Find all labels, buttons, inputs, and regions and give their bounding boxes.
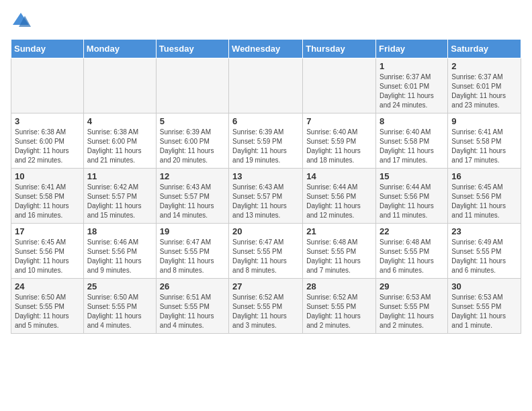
calendar-cell: 13Sunrise: 6:43 AM Sunset: 5:57 PM Dayli… (229, 169, 303, 224)
day-number: 15 (380, 171, 444, 181)
day-info: Sunrise: 6:48 AM Sunset: 5:55 PM Dayligh… (306, 238, 372, 275)
calendar-week-row: 17Sunrise: 6:45 AM Sunset: 5:56 PM Dayli… (11, 224, 521, 279)
day-info: Sunrise: 6:46 AM Sunset: 5:56 PM Dayligh… (87, 238, 152, 275)
day-number: 12 (160, 171, 225, 181)
day-number: 26 (160, 281, 225, 291)
calendar-cell: 30Sunrise: 6:53 AM Sunset: 5:55 PM Dayli… (448, 279, 521, 334)
calendar-week-row: 24Sunrise: 6:50 AM Sunset: 5:55 PM Dayli… (11, 279, 521, 334)
day-number: 21 (306, 226, 372, 236)
day-info: Sunrise: 6:37 AM Sunset: 6:01 PM Dayligh… (380, 73, 444, 110)
calendar-week-row: 10Sunrise: 6:41 AM Sunset: 5:58 PM Dayli… (11, 169, 521, 224)
calendar-cell (303, 58, 376, 113)
day-info: Sunrise: 6:53 AM Sunset: 5:55 PM Dayligh… (451, 293, 517, 330)
calendar-cell: 7Sunrise: 6:40 AM Sunset: 5:59 PM Daylig… (303, 113, 376, 169)
day-info: Sunrise: 6:45 AM Sunset: 5:56 PM Dayligh… (451, 183, 517, 220)
day-info: Sunrise: 6:50 AM Sunset: 5:55 PM Dayligh… (15, 293, 80, 330)
calendar-cell: 3Sunrise: 6:38 AM Sunset: 6:00 PM Daylig… (11, 113, 84, 169)
day-number: 8 (380, 116, 444, 126)
day-info: Sunrise: 6:53 AM Sunset: 5:55 PM Dayligh… (380, 293, 444, 330)
day-info: Sunrise: 6:41 AM Sunset: 5:58 PM Dayligh… (15, 183, 80, 220)
calendar-cell: 9Sunrise: 6:41 AM Sunset: 5:58 PM Daylig… (448, 113, 521, 169)
calendar-cell: 1Sunrise: 6:37 AM Sunset: 6:01 PM Daylig… (376, 58, 448, 113)
day-info: Sunrise: 6:44 AM Sunset: 5:56 PM Dayligh… (306, 183, 372, 220)
day-number: 20 (232, 226, 299, 236)
calendar-cell: 28Sunrise: 6:52 AM Sunset: 5:55 PM Dayli… (303, 279, 376, 334)
day-info: Sunrise: 6:47 AM Sunset: 5:55 PM Dayligh… (160, 238, 225, 275)
calendar-header-thursday: Thursday (303, 40, 376, 58)
calendar-cell: 14Sunrise: 6:44 AM Sunset: 5:56 PM Dayli… (303, 169, 376, 224)
page-header (11, 11, 521, 31)
day-info: Sunrise: 6:40 AM Sunset: 5:59 PM Dayligh… (306, 128, 372, 165)
day-number: 19 (160, 226, 225, 236)
day-number: 4 (87, 116, 152, 126)
calendar-header-sunday: Sunday (11, 40, 84, 58)
day-info: Sunrise: 6:50 AM Sunset: 5:55 PM Dayligh… (87, 293, 152, 330)
day-number: 25 (87, 281, 152, 291)
calendar-week-row: 3Sunrise: 6:38 AM Sunset: 6:00 PM Daylig… (11, 113, 521, 169)
calendar-cell: 5Sunrise: 6:39 AM Sunset: 6:00 PM Daylig… (156, 113, 228, 169)
calendar-cell: 8Sunrise: 6:40 AM Sunset: 5:58 PM Daylig… (376, 113, 448, 169)
day-info: Sunrise: 6:43 AM Sunset: 5:57 PM Dayligh… (232, 183, 299, 220)
day-info: Sunrise: 6:52 AM Sunset: 5:55 PM Dayligh… (306, 293, 372, 330)
day-number: 9 (451, 116, 517, 126)
day-info: Sunrise: 6:52 AM Sunset: 5:55 PM Dayligh… (232, 293, 299, 330)
day-info: Sunrise: 6:38 AM Sunset: 6:00 PM Dayligh… (15, 128, 80, 165)
day-info: Sunrise: 6:48 AM Sunset: 5:55 PM Dayligh… (380, 238, 444, 275)
calendar-header-wednesday: Wednesday (229, 40, 303, 58)
calendar-cell: 17Sunrise: 6:45 AM Sunset: 5:56 PM Dayli… (11, 224, 84, 279)
day-number: 6 (232, 116, 299, 126)
day-number: 3 (15, 116, 80, 126)
day-number: 10 (15, 171, 80, 181)
calendar-cell: 22Sunrise: 6:48 AM Sunset: 5:55 PM Dayli… (376, 224, 448, 279)
day-info: Sunrise: 6:47 AM Sunset: 5:55 PM Dayligh… (232, 238, 299, 275)
day-info: Sunrise: 6:43 AM Sunset: 5:57 PM Dayligh… (160, 183, 225, 220)
calendar-table: SundayMondayTuesdayWednesdayThursdayFrid… (11, 39, 521, 334)
day-info: Sunrise: 6:42 AM Sunset: 5:57 PM Dayligh… (87, 183, 152, 220)
logo (11, 11, 34, 31)
calendar-cell: 18Sunrise: 6:46 AM Sunset: 5:56 PM Dayli… (83, 224, 156, 279)
calendar-cell: 19Sunrise: 6:47 AM Sunset: 5:55 PM Dayli… (156, 224, 228, 279)
day-info: Sunrise: 6:39 AM Sunset: 5:59 PM Dayligh… (232, 128, 299, 165)
calendar-header-row: SundayMondayTuesdayWednesdayThursdayFrid… (11, 40, 521, 58)
calendar-cell: 24Sunrise: 6:50 AM Sunset: 5:55 PM Dayli… (11, 279, 84, 334)
calendar-cell: 16Sunrise: 6:45 AM Sunset: 5:56 PM Dayli… (448, 169, 521, 224)
calendar-week-row: 1Sunrise: 6:37 AM Sunset: 6:01 PM Daylig… (11, 58, 521, 113)
day-info: Sunrise: 6:41 AM Sunset: 5:58 PM Dayligh… (451, 128, 517, 165)
calendar-cell: 10Sunrise: 6:41 AM Sunset: 5:58 PM Dayli… (11, 169, 84, 224)
calendar-header-tuesday: Tuesday (156, 40, 228, 58)
calendar-cell (83, 58, 156, 113)
day-number: 28 (306, 281, 372, 291)
day-number: 13 (232, 171, 299, 181)
calendar-cell: 25Sunrise: 6:50 AM Sunset: 5:55 PM Dayli… (83, 279, 156, 334)
calendar-cell: 15Sunrise: 6:44 AM Sunset: 5:56 PM Dayli… (376, 169, 448, 224)
day-number: 16 (451, 171, 517, 181)
calendar-cell (156, 58, 228, 113)
day-info: Sunrise: 6:44 AM Sunset: 5:56 PM Dayligh… (380, 183, 444, 220)
calendar-cell: 4Sunrise: 6:38 AM Sunset: 6:00 PM Daylig… (83, 113, 156, 169)
day-info: Sunrise: 6:37 AM Sunset: 6:01 PM Dayligh… (451, 73, 517, 110)
calendar-cell: 6Sunrise: 6:39 AM Sunset: 5:59 PM Daylig… (229, 113, 303, 169)
calendar-header-friday: Friday (376, 40, 448, 58)
calendar-cell: 29Sunrise: 6:53 AM Sunset: 5:55 PM Dayli… (376, 279, 448, 334)
day-info: Sunrise: 6:49 AM Sunset: 5:55 PM Dayligh… (451, 238, 517, 275)
day-info: Sunrise: 6:38 AM Sunset: 6:00 PM Dayligh… (87, 128, 152, 165)
calendar-cell: 26Sunrise: 6:51 AM Sunset: 5:55 PM Dayli… (156, 279, 228, 334)
calendar-header-monday: Monday (83, 40, 156, 58)
day-number: 18 (87, 226, 152, 236)
day-number: 24 (15, 281, 80, 291)
calendar-cell: 23Sunrise: 6:49 AM Sunset: 5:55 PM Dayli… (448, 224, 521, 279)
calendar-cell: 11Sunrise: 6:42 AM Sunset: 5:57 PM Dayli… (83, 169, 156, 224)
day-number: 2 (451, 61, 517, 71)
day-number: 22 (380, 226, 444, 236)
logo-icon (11, 11, 31, 31)
day-info: Sunrise: 6:39 AM Sunset: 6:00 PM Dayligh… (160, 128, 225, 165)
day-number: 14 (306, 171, 372, 181)
day-number: 29 (380, 281, 444, 291)
day-number: 7 (306, 116, 372, 126)
day-number: 17 (15, 226, 80, 236)
day-info: Sunrise: 6:40 AM Sunset: 5:58 PM Dayligh… (380, 128, 444, 165)
calendar-cell: 12Sunrise: 6:43 AM Sunset: 5:57 PM Dayli… (156, 169, 228, 224)
day-number: 27 (232, 281, 299, 291)
day-number: 5 (160, 116, 225, 126)
day-number: 30 (451, 281, 517, 291)
